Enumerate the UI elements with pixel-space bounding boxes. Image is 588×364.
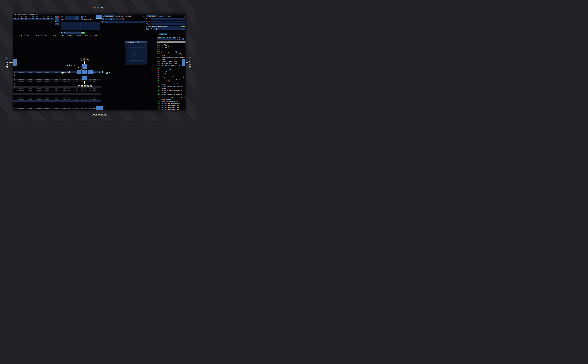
pattern-cell[interactable]	[25, 105, 33, 105]
pattern-cell[interactable]	[50, 103, 58, 103]
move-instrument-up-button[interactable]: ↑	[116, 18, 118, 20]
pattern-cell[interactable]	[50, 94, 58, 94]
pattern-cell[interactable]	[75, 89, 84, 89]
pattern-cell[interactable]	[75, 103, 84, 103]
pattern-cell[interactable]	[50, 81, 58, 82]
pattern-cell[interactable]	[92, 92, 101, 92]
pattern-cell[interactable]	[58, 81, 67, 82]
pattern-cell[interactable]	[58, 103, 67, 103]
pattern-cell[interactable]	[41, 92, 50, 92]
system-auto-button[interactable]: Auto	[181, 26, 185, 27]
pattern-cell[interactable]	[92, 78, 101, 78]
follow-orders-checkbox[interactable]: ✓	[81, 16, 83, 18]
pattern-cell[interactable]	[58, 89, 67, 89]
pattern-row[interactable]: 18	[13, 104, 101, 106]
pattern-row[interactable]: 15	[13, 99, 101, 100]
effect-row[interactable]: 09xxSet groove pattern (speed 1 if no gr…	[157, 64, 185, 68]
order-row-index[interactable]: 00	[14, 18, 17, 20]
step-input[interactable]	[65, 18, 75, 20]
effect-row[interactable]: 04xyVibrato (x: speed; y: depth)	[157, 51, 185, 53]
move-order-down-button[interactable]: ∨	[55, 20, 57, 22]
pattern-cell[interactable]	[16, 108, 25, 109]
pattern-cell[interactable]	[50, 107, 58, 107]
pattern-cell[interactable]	[33, 76, 41, 76]
pattern-cell[interactable]	[25, 79, 33, 80]
pattern-cell[interactable]	[50, 98, 58, 98]
effect-row[interactable]: 0AxyVolume slide (0y: down; x0: up)	[157, 68, 185, 70]
order-pattern-cell[interactable]: 00	[39, 18, 42, 20]
pattern-cell[interactable]	[67, 105, 75, 105]
order-pattern-cell[interactable]: 00	[46, 18, 50, 20]
pattern-cell[interactable]	[84, 99, 92, 100]
pattern-cell[interactable]	[50, 99, 58, 100]
song-author-input[interactable]	[151, 21, 185, 22]
effect-row[interactable]: 19xxSet attack of all operators (0 to 1F…	[157, 103, 185, 104]
pattern-cell[interactable]	[58, 94, 67, 94]
pattern-cell[interactable]	[84, 81, 92, 82]
pattern-cell[interactable]	[50, 74, 58, 74]
pattern-row[interactable]: 5	[13, 80, 101, 82]
pattern-row[interactable]: 13	[13, 95, 101, 97]
octave-increment-button[interactable]: +	[77, 16, 79, 18]
pattern-cell[interactable]	[84, 90, 92, 91]
tab-song-info[interactable]: Song Info	[147, 15, 156, 17]
effect-row[interactable]: 05xyVolume slide + vibrato (compatibilit…	[157, 53, 185, 57]
pattern-cell[interactable]	[67, 108, 75, 109]
split-top-target[interactable]	[82, 64, 87, 69]
pattern-cell[interactable]	[58, 79, 67, 80]
duplicate-instrument-button[interactable]: ⧉	[105, 18, 107, 20]
pattern-row[interactable]: 10	[13, 90, 101, 91]
pattern-cell[interactable]	[33, 99, 41, 100]
tab-wavetables[interactable]: Wavetables	[114, 15, 124, 17]
pattern-cell[interactable]	[75, 96, 84, 96]
order-pattern-cell[interactable]: 00	[42, 18, 46, 20]
pattern-cell[interactable]	[33, 98, 41, 98]
pattern-cell[interactable]	[67, 103, 75, 103]
pattern-cell[interactable]	[50, 90, 58, 91]
pattern-cell[interactable]	[67, 76, 75, 76]
effect-row[interactable]: 0CxxRetrigger	[157, 72, 185, 74]
effect-row[interactable]: 10xySetup LFO (x: enable; y: speed)	[157, 78, 185, 80]
split-left-target[interactable]	[77, 70, 81, 74]
pattern-cell[interactable]	[25, 108, 33, 109]
pattern-cell[interactable]	[16, 81, 25, 82]
pattern-cell[interactable]	[67, 92, 75, 92]
pattern-cell[interactable]	[50, 83, 58, 83]
tuning-input[interactable]	[154, 28, 181, 30]
pattern-cell[interactable]	[16, 105, 25, 105]
pattern-cell[interactable]	[58, 105, 67, 105]
pattern-cell[interactable]	[92, 99, 101, 100]
order-pattern-cell[interactable]: 00	[31, 18, 35, 20]
pattern-cell[interactable]	[41, 89, 50, 89]
pattern-cell[interactable]	[41, 81, 50, 82]
pattern-cell[interactable]	[75, 90, 84, 91]
pattern-cell[interactable]	[92, 83, 101, 83]
menu-item-window[interactable]: window	[28, 13, 35, 15]
pattern-cell[interactable]	[16, 107, 25, 107]
pattern-cell[interactable]	[84, 96, 92, 96]
effect-list-close-button[interactable]: ×	[184, 33, 185, 35]
pattern-cell[interactable]	[84, 83, 92, 83]
instruments-close-button[interactable]: ×	[143, 15, 144, 17]
pattern-cell[interactable]	[16, 90, 25, 91]
pattern-cell[interactable]	[92, 89, 101, 89]
pattern-cell[interactable]	[16, 103, 25, 103]
channel-header-square-3[interactable]: Square 3	[84, 34, 92, 36]
pattern-cell[interactable]	[16, 85, 25, 85]
step-decrement-button[interactable]: -	[75, 18, 77, 20]
pattern-cell[interactable]	[92, 87, 101, 87]
channel-header-noise[interactable]: Noise	[92, 34, 101, 36]
pattern-cell[interactable]	[16, 87, 25, 87]
pattern-cell[interactable]	[67, 94, 75, 94]
pattern-cell[interactable]	[33, 87, 41, 87]
pattern-cell[interactable]	[33, 74, 41, 74]
pattern-cell[interactable]	[33, 81, 41, 82]
effect-row[interactable]: 1AxxSet attack of operator 1 (0 to 1F)	[157, 104, 185, 107]
pattern-cell[interactable]	[75, 92, 84, 92]
pattern-cell[interactable]	[25, 72, 33, 72]
pattern-cell[interactable]	[50, 105, 58, 105]
pattern-cell[interactable]	[67, 83, 75, 83]
pattern-cell[interactable]	[33, 89, 41, 89]
order-pattern-cell[interactable]: 00	[24, 18, 28, 20]
octave-input[interactable]	[65, 16, 75, 18]
